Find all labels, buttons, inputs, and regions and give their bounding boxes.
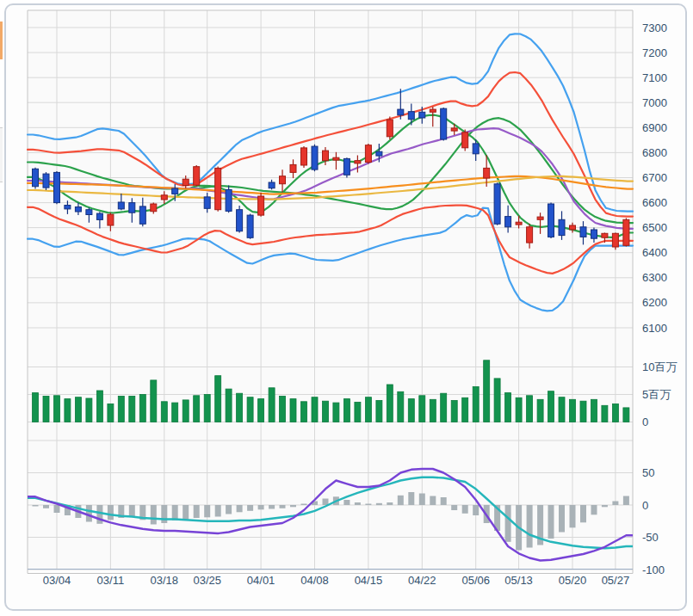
volume-bar bbox=[559, 397, 565, 422]
candle-body bbox=[537, 217, 543, 219]
date-label: 03/25 bbox=[193, 574, 221, 587]
volume-bar bbox=[343, 399, 350, 422]
macd-hist-bar bbox=[408, 492, 414, 505]
candle-body bbox=[290, 164, 296, 172]
candle-body bbox=[258, 196, 264, 215]
volume-tick-label: 5百万 bbox=[642, 388, 671, 401]
candle-body bbox=[215, 168, 221, 209]
candle-body bbox=[118, 202, 124, 209]
price-tick-label: 7200 bbox=[642, 46, 667, 59]
macd-hist-bar bbox=[623, 496, 629, 506]
macd-hist-bar bbox=[591, 505, 597, 514]
macd-hist-bar bbox=[398, 496, 404, 505]
volume-bar bbox=[215, 376, 221, 422]
price-tick-label: 6200 bbox=[642, 296, 667, 309]
candle-body bbox=[548, 204, 554, 237]
macd-tick-label: 0 bbox=[642, 499, 648, 512]
candle-body bbox=[75, 207, 81, 213]
candle-body bbox=[86, 210, 92, 215]
candle-body bbox=[441, 108, 447, 139]
candle-body bbox=[323, 151, 329, 161]
volume-bar bbox=[484, 360, 490, 422]
candle-body bbox=[612, 233, 618, 247]
macd-hist-bar bbox=[194, 505, 200, 518]
volume-bar bbox=[43, 396, 49, 422]
candle-body bbox=[237, 210, 243, 231]
candle-body bbox=[408, 112, 414, 120]
macd-hist-bar bbox=[108, 505, 114, 520]
candle-body bbox=[301, 148, 307, 165]
volume-bar bbox=[441, 393, 447, 422]
volume-bar bbox=[108, 403, 114, 422]
candle-body bbox=[559, 219, 565, 235]
macd-hist-bar bbox=[237, 505, 243, 512]
volume-bar bbox=[301, 402, 307, 422]
macd-hist-bar bbox=[441, 497, 447, 505]
volume-bar bbox=[86, 398, 92, 422]
volume-bar bbox=[462, 397, 468, 422]
macd-hist-bar bbox=[548, 505, 554, 539]
volume-bar bbox=[247, 397, 253, 422]
volume-bar bbox=[172, 403, 178, 422]
volume-bar bbox=[269, 388, 275, 422]
volume-bar bbox=[290, 399, 296, 422]
date-label: 04/22 bbox=[408, 574, 436, 587]
price-tick-label: 6600 bbox=[642, 196, 667, 209]
macd-hist-bar bbox=[269, 505, 275, 509]
macd-hist-bar bbox=[355, 502, 361, 505]
candle-body bbox=[387, 120, 393, 137]
macd-hist-bar bbox=[570, 505, 576, 527]
macd-hist-bar bbox=[161, 505, 167, 523]
volume-bar bbox=[75, 397, 81, 422]
volume-tick-label: 0 bbox=[642, 416, 648, 428]
window-edge-artifact bbox=[0, 127, 3, 182]
candle-body bbox=[280, 176, 286, 184]
macd-hist-bar bbox=[462, 505, 468, 514]
candle-body bbox=[151, 204, 157, 212]
candle-body bbox=[505, 217, 511, 227]
price-tick-label: 7300 bbox=[642, 22, 667, 34]
candle-body bbox=[430, 109, 436, 112]
macd-hist-bar bbox=[365, 504, 371, 506]
macd-hist-bar bbox=[54, 505, 60, 513]
candle-body bbox=[623, 219, 629, 245]
volume-bar bbox=[623, 408, 629, 422]
macd-hist-bar bbox=[376, 503, 382, 505]
candle-body bbox=[355, 161, 361, 163]
macd-hist-bar bbox=[580, 505, 586, 522]
macd-hist-bar bbox=[473, 505, 479, 515]
date-label: 04/15 bbox=[355, 574, 383, 587]
stock-chart[interactable]: 7300720071007000690068006700660065006400… bbox=[6, 5, 689, 611]
date-label: 05/27 bbox=[602, 574, 630, 587]
volume-bar bbox=[419, 396, 425, 422]
volume-bar bbox=[591, 399, 597, 422]
macd-tick-label: -50 bbox=[642, 531, 659, 544]
macd-tick-label: -100 bbox=[642, 564, 665, 576]
macd-hist-bar bbox=[559, 505, 565, 533]
volume-bar bbox=[204, 395, 210, 422]
volume-bar bbox=[398, 391, 404, 422]
candle-body bbox=[516, 222, 522, 225]
volume-bar bbox=[548, 391, 554, 422]
volume-tick-label: 10百万 bbox=[642, 360, 677, 373]
macd-hist-bar bbox=[419, 494, 425, 506]
macd-hist-bar bbox=[343, 500, 350, 505]
volume-bar bbox=[237, 393, 243, 422]
candle-body bbox=[312, 146, 318, 169]
candle-body bbox=[129, 203, 135, 213]
price-tick-label: 6300 bbox=[642, 271, 667, 284]
macd-hist-bar bbox=[86, 505, 92, 522]
candle-body bbox=[462, 132, 468, 148]
volume-bar bbox=[602, 405, 608, 422]
price-tick-label: 6400 bbox=[642, 246, 667, 259]
volume-bar bbox=[408, 399, 414, 422]
date-label: 04/01 bbox=[247, 574, 275, 587]
volume-bar bbox=[505, 393, 511, 422]
macd-hist-bar bbox=[247, 505, 253, 511]
candle-body bbox=[161, 195, 167, 200]
volume-bar bbox=[376, 401, 382, 422]
date-label: 05/06 bbox=[461, 574, 490, 587]
candle-body bbox=[139, 206, 145, 224]
candle-body bbox=[591, 230, 597, 238]
macd-hist-bar bbox=[612, 502, 618, 506]
